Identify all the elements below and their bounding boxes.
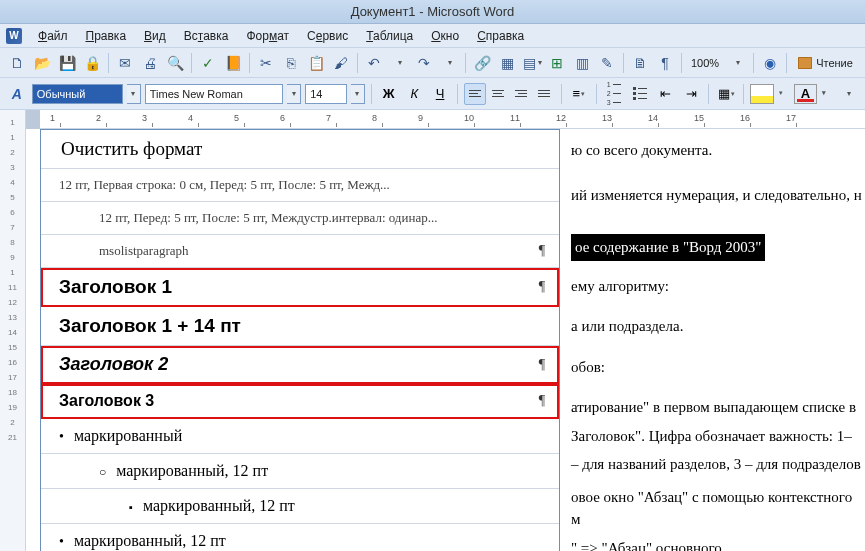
menu-insert[interactable]: Вставка <box>176 27 237 45</box>
alignment-group <box>464 83 555 105</box>
menu-tools[interactable]: Сервис <box>299 27 356 45</box>
underline-button[interactable]: Ч <box>429 83 451 105</box>
style-label: маркированный <box>59 427 545 445</box>
menu-edit[interactable]: Правка <box>78 27 135 45</box>
separator <box>371 84 372 104</box>
separator <box>753 53 754 73</box>
increase-indent-button[interactable]: ⇥ <box>680 83 702 105</box>
format-painter-icon[interactable]: 🖌 <box>330 52 352 74</box>
reading-mode-button[interactable]: Чтение <box>792 55 859 71</box>
insert-table-icon[interactable]: ▤ <box>521 52 543 74</box>
style-option[interactable]: Заголовок 2¶ <box>41 346 559 384</box>
font-selector[interactable]: Times New Roman <box>145 84 284 104</box>
style-option[interactable]: 12 пт, Перед: 5 пт, После: 5 пт, Междуст… <box>41 202 559 235</box>
separator <box>457 84 458 104</box>
mail-icon[interactable]: ✉ <box>114 52 136 74</box>
zoom-box[interactable]: 100% <box>687 57 723 69</box>
pilcrow-icon: ¶ <box>539 243 545 259</box>
menubar: W Файл Правка Вид Вставка Формат Сервис … <box>0 24 865 48</box>
style-option[interactable]: msolistparagraph¶ <box>41 235 559 268</box>
align-right-button[interactable] <box>510 83 532 105</box>
separator <box>191 53 192 73</box>
style-label: маркированный, 12 пт <box>59 462 545 480</box>
doc-line: овое окно "Абзац" с помощью контекстного… <box>571 486 865 531</box>
undo-dropdown[interactable] <box>388 52 410 74</box>
document-area: 1234567891011121314151617 Очистить форма… <box>26 110 865 551</box>
decrease-indent-button[interactable]: ⇤ <box>655 83 677 105</box>
style-option[interactable]: маркированный, 12 пт <box>41 489 559 524</box>
open-icon[interactable]: 📂 <box>31 52 53 74</box>
style-selector[interactable]: Обычный <box>32 84 123 104</box>
help-icon[interactable]: ◉ <box>759 52 781 74</box>
separator <box>623 53 624 73</box>
doc-line: обов: <box>571 356 865 379</box>
tables-borders-icon[interactable]: ▦ <box>496 52 518 74</box>
styles-pane-icon[interactable]: A <box>6 83 28 105</box>
redo-icon[interactable]: ↷ <box>413 52 435 74</box>
style-option[interactable]: Заголовок 3¶ <box>41 384 559 419</box>
highlight-button[interactable] <box>750 84 774 104</box>
toolbar-options[interactable] <box>837 83 859 105</box>
menu-help[interactable]: Справка <box>469 27 532 45</box>
document-body[interactable]: ю со всего документа. ий изменяется нуме… <box>571 133 865 551</box>
style-label: 12 пт, Перед: 5 пт, После: 5 пт, Междуст… <box>59 210 545 226</box>
paste-icon[interactable]: 📋 <box>305 52 327 74</box>
doc-line: Заголовок". Цифра обозначает важность: 1… <box>571 425 865 448</box>
clear-format-item[interactable]: Очистить формат <box>41 130 559 169</box>
cut-icon[interactable]: ✂ <box>255 52 277 74</box>
drawing-icon[interactable]: ✎ <box>596 52 618 74</box>
new-doc-icon[interactable]: 🗋 <box>6 52 28 74</box>
menu-file[interactable]: Файл <box>30 27 76 45</box>
style-option[interactable]: Заголовок 1¶ <box>41 268 559 307</box>
menu-window[interactable]: Окно <box>423 27 467 45</box>
style-label: Заголовок 1 + 14 пт <box>59 315 545 337</box>
borders-button[interactable]: ▦ <box>715 83 737 105</box>
hyperlink-icon[interactable]: 🔗 <box>471 52 493 74</box>
style-dropdown[interactable]: ▾ <box>127 84 141 104</box>
doc-map-icon[interactable]: 🗎 <box>629 52 651 74</box>
print-icon[interactable]: 🖨 <box>139 52 161 74</box>
menu-format[interactable]: Формат <box>238 27 297 45</box>
style-option[interactable]: маркированный, 12 пт <box>41 454 559 489</box>
align-center-button[interactable] <box>487 83 509 105</box>
separator <box>357 53 358 73</box>
columns-icon[interactable]: ▥ <box>571 52 593 74</box>
pilcrow-icon: ¶ <box>539 393 545 409</box>
line-spacing-button[interactable]: ≡ <box>568 83 590 105</box>
show-marks-icon[interactable]: ¶ <box>654 52 676 74</box>
separator <box>249 53 250 73</box>
research-icon[interactable]: 📙 <box>222 52 244 74</box>
spellcheck-icon[interactable]: ✓ <box>197 52 219 74</box>
doc-heading-highlight: ое содержание в "Ворд 2003" <box>571 234 865 261</box>
align-left-button[interactable] <box>464 83 486 105</box>
font-dropdown[interactable]: ▾ <box>287 84 301 104</box>
separator <box>561 84 562 104</box>
zoom-dropdown[interactable] <box>726 52 748 74</box>
excel-icon[interactable]: ⊞ <box>546 52 568 74</box>
numbered-list-button[interactable]: 1 2 3 <box>603 83 625 105</box>
size-dropdown[interactable]: ▾ <box>351 84 365 104</box>
horizontal-ruler: 1234567891011121314151617 <box>26 110 865 129</box>
style-option[interactable]: 12 пт, Первая строка: 0 см, Перед: 5 пт,… <box>41 169 559 202</box>
style-option[interactable]: маркированный, 12 пт <box>41 524 559 551</box>
redo-dropdown[interactable] <box>438 52 460 74</box>
font-size-selector[interactable]: 14 <box>305 84 347 104</box>
print-preview-icon[interactable]: 🔍 <box>164 52 186 74</box>
bold-button[interactable]: Ж <box>378 83 400 105</box>
bulleted-list-button[interactable] <box>629 83 651 105</box>
menu-table[interactable]: Таблица <box>358 27 421 45</box>
align-justify-button[interactable] <box>533 83 555 105</box>
undo-icon[interactable]: ↶ <box>363 52 385 74</box>
save-icon[interactable]: 💾 <box>56 52 78 74</box>
font-color-button[interactable]: A <box>794 84 818 104</box>
italic-button[interactable]: К <box>403 83 425 105</box>
style-label: 12 пт, Первая строка: 0 см, Перед: 5 пт,… <box>59 177 545 193</box>
page[interactable]: Очистить формат 12 пт, Первая строка: 0 … <box>26 129 865 551</box>
style-option[interactable]: маркированный <box>41 419 559 454</box>
menu-view[interactable]: Вид <box>136 27 174 45</box>
copy-icon[interactable]: ⎘ <box>280 52 302 74</box>
style-option[interactable]: Заголовок 1 + 14 пт <box>41 307 559 346</box>
window-title: Документ1 - Microsoft Word <box>351 4 515 19</box>
style-label: msolistparagraph <box>59 243 533 259</box>
permissions-icon[interactable]: 🔒 <box>81 52 103 74</box>
